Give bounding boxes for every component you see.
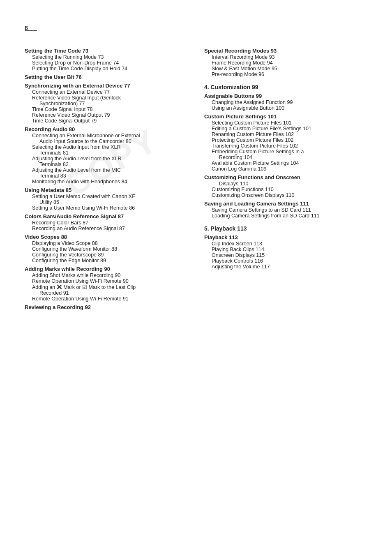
- toc-entry: Putting the Time Code Display on Hold 74: [25, 66, 188, 72]
- toc-entry: Clip Index Screen 113: [204, 241, 367, 247]
- left-column: Setting the Time Code 73Selecting the Ru…: [25, 45, 188, 311]
- toc-entry: Setting the User Bit 76: [25, 74, 188, 80]
- toc-entry: Playback Controls 116: [204, 258, 367, 264]
- toc-entry: Adding Marks while Recording 90: [25, 266, 188, 272]
- toc-entry: Adjusting the Audio Level from the XLR: [25, 156, 188, 162]
- toc-entry: Playback 113: [204, 234, 367, 240]
- toc-entry: Reviewing a Recording 92: [25, 304, 188, 310]
- toc-entry: Setting a User Memo Created with Canon X…: [25, 194, 188, 199]
- toc-entry: Configuring the Vectorscope 89: [25, 252, 188, 258]
- toc-entry: Selecting Custom Picture Files 101: [204, 120, 367, 126]
- toc-entry: Custom Picture Settings 101: [204, 113, 367, 120]
- toc-entry: Time Code Signal Output 79: [25, 118, 188, 124]
- toc-entry: Remote Operation Using Wi-Fi Remote 91: [25, 296, 188, 302]
- toc-entry: Configuring the Waveform Monitor 88: [25, 246, 188, 252]
- toc-entry: Slow & Fast Motion Mode 95: [204, 66, 367, 72]
- toc-entry: Displaying a Video Scope 88: [25, 240, 188, 246]
- toc-entry: Selecting the Audio Input from the XLR: [25, 144, 188, 150]
- toc-entry: Customizing Functions 110: [204, 187, 367, 192]
- toc-entry: Selecting the Running Mode 73: [25, 54, 188, 60]
- toc-entry: Transferring Custom Picture Files 102: [204, 143, 367, 149]
- toc-entry: Video Scopes 88: [25, 234, 188, 240]
- toc-entry: Configuring the Edge Monitor 89: [25, 258, 188, 263]
- toc-entry: Monitoring the Audio with Headphones 84: [25, 179, 188, 185]
- right-column: Special Recording Modes 93Interval Recor…: [204, 45, 367, 311]
- toc-entry: Displays 110: [204, 181, 367, 187]
- toc-entry: Setting a User Memo Using Wi-Fi Remote 8…: [25, 205, 188, 211]
- toc-entry: Customizing Onscreen Displays 110: [204, 192, 367, 198]
- toc-entry: 5. Playback 113: [204, 225, 367, 232]
- toc-entry: Recording Audio 80: [25, 126, 188, 132]
- toc-entry: Pre-recording Mode 96: [204, 72, 367, 77]
- toc-entry: Connecting an External Device 77: [25, 89, 188, 95]
- toc-entry: Terminals 81: [25, 150, 188, 156]
- toc-entry: Onscreen Displays 115: [204, 252, 367, 258]
- toc-entry: Available Custom Picture Settings 104: [204, 160, 367, 166]
- toc-entry: Assignable Buttons 99: [204, 93, 367, 99]
- toc-entry: Protecting Custom Picture Files 102: [204, 137, 367, 143]
- toc-entry: Adjusting the Volume 117: [204, 264, 367, 270]
- toc-entry: Audio Input Source to the Camcorder 80: [25, 138, 188, 144]
- toc-entry: Reference Video Signal Input (Genlock: [25, 95, 188, 101]
- toc-entry: Synchronization) 77: [25, 101, 188, 106]
- toc-entry: Setting the Time Code 73: [25, 48, 188, 54]
- toc-entry: Editing a Custom Picture File’s Settings…: [204, 126, 367, 132]
- toc-entry: Colors Bars/Audio Reference Signal 87: [25, 213, 188, 219]
- toc-entry: Time Code Signal Input 78: [25, 106, 188, 112]
- toc-entry: 4. Customization 99: [204, 84, 367, 90]
- page: 8 COPY Setting the Time Code 73Selecting…: [0, 0, 392, 554]
- toc-entry: Recording an Audio Reference Signal 87: [25, 226, 188, 231]
- toc-entry: Remote Operation Using Wi-Fi Remote 90: [25, 278, 188, 284]
- toc-entry: Adding Shot Marks while Recording 90: [25, 272, 188, 278]
- toc-entry: Saving Camera Settings to an SD Card 111: [204, 207, 367, 213]
- toc-entry: Recording Color Bars 87: [25, 220, 188, 226]
- toc-entry: Renaming Custom Picture Files 102: [204, 132, 367, 137]
- toc-entry: Adding an 🞫 Mark or ☑ Mark to the Last C…: [25, 284, 188, 290]
- toc-entry: Reference Video Signal Output 79: [25, 112, 188, 118]
- toc-entry: Loading Camera Settings from an SD Card …: [204, 213, 367, 219]
- toc-entry: Recording 104: [204, 155, 367, 160]
- toc-entry: Recorded 91: [25, 290, 188, 296]
- toc-entry: Synchronizing with an External Device 77: [25, 83, 188, 89]
- toc-entry: Terminal 83: [25, 173, 188, 179]
- toc-columns: Setting the Time Code 73Selecting the Ru…: [25, 45, 367, 311]
- toc-entry: Using an Assignable Button 100: [204, 105, 367, 111]
- toc-entry: Using Metadata 85: [25, 187, 188, 193]
- toc-entry: Adjusting the Audio Level from the MIC: [25, 167, 188, 173]
- toc-entry: Interval Recording Mode 93: [204, 54, 367, 60]
- toc-entry: Special Recording Modes 93: [204, 48, 367, 54]
- toc-entry: Customizing Functions and Onscreen: [204, 174, 367, 180]
- toc-entry: Selecting Drop or Non-Drop Frame 74: [25, 60, 188, 66]
- toc-entry: Terminals 82: [25, 162, 188, 167]
- toc-entry: Changing the Assigned Function 99: [204, 99, 367, 105]
- toc-entry: Canon Log Gamma 109: [204, 166, 367, 172]
- toc-entry: Playing Back Clips 114: [204, 247, 367, 252]
- toc-entry: Connecting an External Microphone or Ext…: [25, 133, 188, 138]
- toc-entry: Embedding Custom Picture Settings in a: [204, 149, 367, 155]
- toc-entry: Utility 85: [25, 199, 188, 205]
- page-number-line: [25, 30, 37, 31]
- toc-entry: Frame Recording Mode 94: [204, 60, 367, 66]
- toc-entry: Saving and Loading Camera Settings 111: [204, 201, 367, 207]
